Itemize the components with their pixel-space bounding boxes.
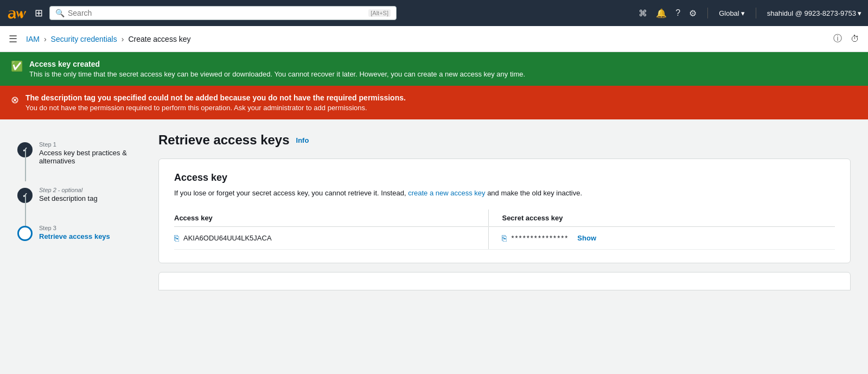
success-check-icon: ✅ xyxy=(11,60,23,72)
bell-icon[interactable]: 🔔 xyxy=(656,8,667,18)
card-desc-suffix: and make the old key inactive. xyxy=(487,189,582,197)
info-circle-icon[interactable]: ⓘ xyxy=(833,33,842,45)
breadcrumb-sep2: › xyxy=(122,35,124,43)
breadcrumb-iam[interactable]: IAM xyxy=(26,35,40,43)
search-shortcut: [Alt+S] xyxy=(368,9,391,17)
step-3-label: Step 3 xyxy=(39,225,110,231)
col-access-key-header: Access key xyxy=(174,210,488,227)
step-1-label: Step 1 xyxy=(39,141,137,148)
step-connector-1 xyxy=(25,149,26,181)
user-label: shahidul @ 9923-8273-9753 xyxy=(767,9,856,17)
breadcrumb-current: Create access key xyxy=(128,35,190,43)
key-row: ⎘ AKIA6ODU64UU4LK5JACA ⎘ ***************… xyxy=(174,226,835,249)
secret-key-masked: *************** xyxy=(511,234,569,242)
keys-table: Access key Secret access key ⎘ AKIA6ODU6… xyxy=(174,210,835,250)
hamburger-icon[interactable]: ☰ xyxy=(9,33,17,45)
error-alert: ⊗ The description tag you specified coul… xyxy=(0,86,868,119)
error-alert-title: The description tag you specified could … xyxy=(25,93,406,102)
stepper: ✓ Step 1 Access key best practices & alt… xyxy=(17,132,137,363)
search-bar[interactable]: 🔍 [Alt+S] xyxy=(49,6,397,20)
content-panel: Retrieve access keys Info Access key If … xyxy=(158,132,851,363)
col-secret-key-header: Secret access key xyxy=(489,210,835,227)
user-chevron: ▾ xyxy=(858,9,861,17)
user-selector[interactable]: shahidul @ 9923-8273-9753 ▾ xyxy=(767,9,861,17)
card-desc: If you lose or forget your secret access… xyxy=(174,188,835,199)
step-3-dot xyxy=(17,226,33,241)
region-label: Global xyxy=(719,9,739,17)
nav-divider2 xyxy=(756,8,756,18)
search-input[interactable] xyxy=(68,9,365,17)
nav-icons: ⌘ 🔔 ? ⚙ Global ▾ shahidul @ 9923-8273-97… xyxy=(639,8,861,18)
step-2-title: Set description tag xyxy=(39,194,98,202)
breadcrumb-bar: ☰ IAM › Security credentials › Create ac… xyxy=(0,26,868,52)
info-link[interactable]: Info xyxy=(296,136,309,144)
terminal-icon[interactable]: ⌘ xyxy=(639,8,647,18)
success-alert: ✅ Access key created This is the only ti… xyxy=(0,52,868,86)
error-circle-icon: ⊗ xyxy=(11,94,19,106)
success-alert-desc: This is the only time that the secret ac… xyxy=(29,70,525,78)
search-icon: 🔍 xyxy=(55,9,65,17)
card-desc-prefix: If you lose or forget your secret access… xyxy=(174,189,406,197)
breadcrumb-sep1: › xyxy=(44,35,47,43)
aws-logo[interactable] xyxy=(7,7,26,20)
grid-icon[interactable]: ⊞ xyxy=(35,7,43,19)
step-1: ✓ Step 1 Access key best practices & alt… xyxy=(17,132,137,165)
page-title: Retrieve access keys Info xyxy=(158,132,851,148)
success-alert-title: Access key created xyxy=(29,60,525,68)
partial-card xyxy=(158,272,851,290)
page-title-text: Retrieve access keys xyxy=(158,132,290,148)
step-3-title: Retrieve access keys xyxy=(39,232,110,240)
settings-icon[interactable]: ⚙ xyxy=(689,8,697,18)
step-3: Step 3 Retrieve access keys xyxy=(17,216,137,241)
copy-secret-key-icon[interactable]: ⎘ xyxy=(502,233,507,243)
create-new-key-link[interactable]: create a new access key xyxy=(408,189,485,197)
step-1-title: Access key best practices & alternatives xyxy=(39,149,137,165)
step-2: ✓ Step 2 - optional Set description tag xyxy=(17,178,137,203)
step-2-label: Step 2 - optional xyxy=(39,187,98,193)
breadcrumb-actions: ⓘ ⏱ xyxy=(833,33,859,45)
access-key-cell: ⎘ AKIA6ODU64UU4LK5JACA xyxy=(174,226,488,249)
access-key-value: AKIA6ODU64UU4LK5JACA xyxy=(183,234,272,242)
secret-key-cell: ⎘ *************** Show xyxy=(489,226,835,249)
nav-divider xyxy=(707,8,708,18)
copy-access-key-icon[interactable]: ⎘ xyxy=(174,233,179,243)
access-key-card: Access key If you lose or forget your se… xyxy=(158,159,851,263)
help-icon[interactable]: ? xyxy=(675,8,680,18)
breadcrumb-security-credentials[interactable]: Security credentials xyxy=(51,35,117,43)
error-alert-desc: You do not have the permission required … xyxy=(25,104,406,112)
card-title: Access key xyxy=(174,172,835,183)
refresh-icon[interactable]: ⏱ xyxy=(851,34,859,44)
region-selector[interactable]: Global ▾ xyxy=(719,9,745,17)
main-area: ✓ Step 1 Access key best practices & alt… xyxy=(0,119,868,374)
show-secret-key-button[interactable]: Show xyxy=(577,234,596,242)
region-chevron: ▾ xyxy=(741,9,745,17)
top-navigation: ⊞ 🔍 [Alt+S] ⌘ 🔔 ? ⚙ Global ▾ shahidul @ … xyxy=(0,0,868,26)
